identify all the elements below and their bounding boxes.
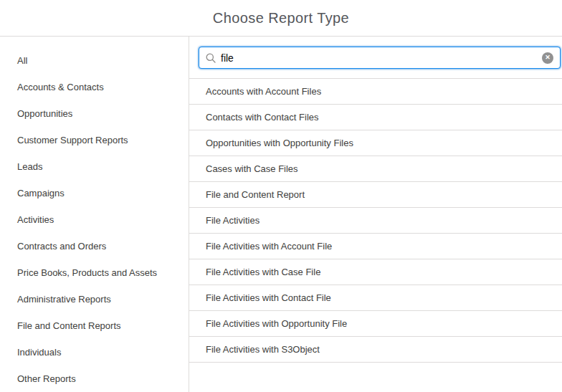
sidebar-item[interactable]: Activities bbox=[0, 206, 189, 233]
sidebar-item[interactable]: All bbox=[0, 47, 189, 74]
modal-body: AllAccounts & ContactsOpportunitiesCusto… bbox=[0, 37, 562, 392]
sidebar-item[interactable]: Leads bbox=[0, 153, 189, 180]
report-type-row[interactable]: File Activities with Account File bbox=[189, 234, 562, 259]
modal-header: Choose Report Type bbox=[0, 0, 562, 37]
sidebar-item[interactable]: Campaigns bbox=[0, 180, 189, 206]
report-type-row[interactable]: Opportunities with Opportunity Files bbox=[189, 130, 562, 156]
report-type-row[interactable]: File Activities with Case File bbox=[189, 259, 562, 285]
report-type-row[interactable]: File Activities with Opportunity File bbox=[189, 311, 562, 337]
report-type-row[interactable]: Accounts with Account Files bbox=[189, 79, 562, 105]
sidebar-item[interactable]: Contracts and Orders bbox=[0, 233, 189, 259]
report-type-row[interactable]: File Activities with S3Object bbox=[189, 337, 562, 363]
sidebar-item[interactable]: Price Books, Products and Assets bbox=[0, 259, 189, 286]
clear-search-button[interactable]: ✕ bbox=[542, 52, 553, 64]
report-type-list: Accounts with Account FilesContacts with… bbox=[189, 79, 562, 392]
search-box: ✕ bbox=[199, 47, 561, 69]
report-type-panel: ✕ Accounts with Account FilesContacts wi… bbox=[189, 37, 562, 392]
search-input[interactable] bbox=[199, 47, 561, 69]
choose-report-type-modal: Choose Report Type AllAccounts & Contact… bbox=[0, 0, 562, 392]
report-type-row[interactable]: File Activities bbox=[189, 208, 562, 234]
sidebar-item[interactable]: Other Reports bbox=[0, 365, 189, 392]
sidebar-item[interactable]: File and Content Reports bbox=[0, 312, 189, 339]
sidebar-item[interactable]: Administrative Reports bbox=[0, 286, 189, 312]
report-type-row[interactable]: File and Content Report bbox=[189, 182, 562, 208]
report-type-row[interactable]: Cases with Case Files bbox=[189, 156, 562, 182]
sidebar-item[interactable]: Customer Support Reports bbox=[0, 127, 189, 153]
report-type-row[interactable]: Contacts with Contact Files bbox=[189, 105, 562, 130]
report-category-sidebar: AllAccounts & ContactsOpportunitiesCusto… bbox=[0, 37, 189, 392]
page-title: Choose Report Type bbox=[213, 10, 349, 27]
report-type-row[interactable]: File Activities with Contact File bbox=[189, 285, 562, 311]
sidebar-item[interactable]: Individuals bbox=[0, 339, 189, 365]
close-icon: ✕ bbox=[545, 54, 551, 61]
sidebar-item[interactable]: Opportunities bbox=[0, 100, 189, 127]
sidebar-item[interactable]: Accounts & Contacts bbox=[0, 74, 189, 100]
search-row: ✕ bbox=[189, 37, 562, 79]
